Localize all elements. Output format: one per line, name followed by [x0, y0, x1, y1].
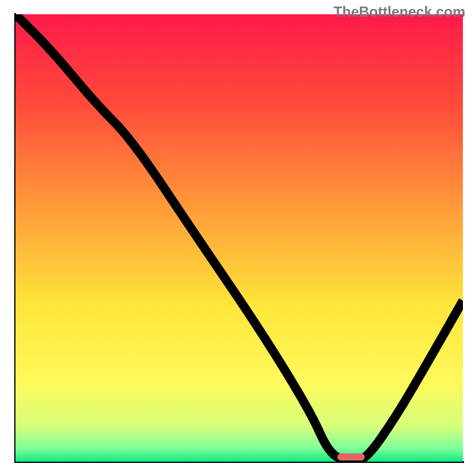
watermark-text: TheBottleneck.com — [334, 4, 465, 20]
bottleneck-curve — [15, 14, 463, 462]
plot-area — [15, 14, 463, 462]
optimal-range-marker — [337, 453, 364, 461]
